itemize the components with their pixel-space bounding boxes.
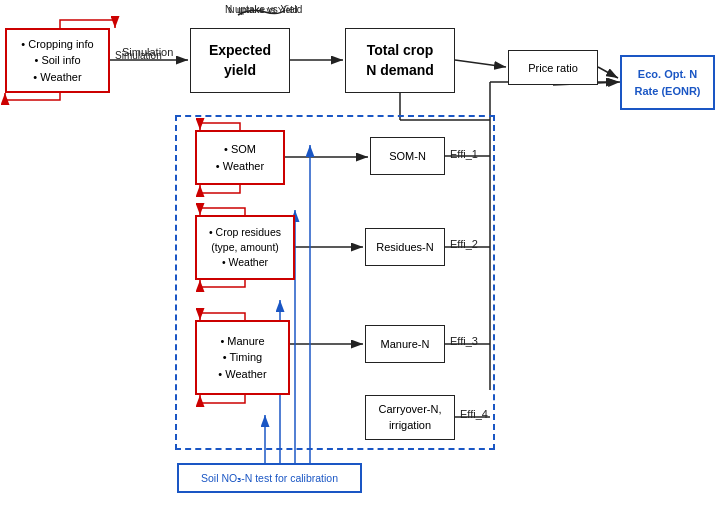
residues-n-box: Residues-N <box>365 228 445 266</box>
eonr-label: Eco. Opt. N Rate (EONR) <box>634 66 700 99</box>
crop-residues-box: • Crop residues (type, amount) • Weather <box>195 215 295 280</box>
expected-yield-box: Expected yield <box>190 28 290 93</box>
price-ratio-label: Price ratio <box>528 62 578 74</box>
crop-residues-label: • Crop residues (type, amount) • Weather <box>209 225 281 269</box>
residues-n-label: Residues-N <box>376 241 433 253</box>
n-uptake-vs-yield-text: N uptake vs Yield <box>228 5 298 15</box>
inputs-label: • Cropping info • Soil info • Weather <box>21 36 93 86</box>
total-crop-n-label: Total cropN demand <box>366 41 434 80</box>
manure-n-label: Manure-N <box>381 338 430 350</box>
diagram-container: Simulation N uptake vs Yield • Cropping … <box>0 0 720 511</box>
svg-line-8 <box>455 60 506 67</box>
manure-timing-box: • Manure • Timing • Weather <box>195 320 290 395</box>
effi-1-label: Effi_1 <box>450 148 478 160</box>
simulation-text: Simulation <box>115 50 162 61</box>
inputs-box: • Cropping info • Soil info • Weather <box>5 28 110 93</box>
manure-n-box: Manure-N <box>365 325 445 363</box>
svg-line-9 <box>598 67 618 78</box>
expected-yield-label: Expected yield <box>209 41 271 80</box>
carryover-n-label: Carryover-N, irrigation <box>366 402 454 433</box>
soil-no3-label: Soil NO₃-N test for calibration <box>201 472 338 484</box>
soil-no3-box: Soil NO₃-N test for calibration <box>177 463 362 493</box>
effi-2-label: Effi_2 <box>450 238 478 250</box>
som-n-box: SOM-N <box>370 137 445 175</box>
carryover-n-box: Carryover-N, irrigation <box>365 395 455 440</box>
effi-4-label: Effi_4 <box>460 408 488 420</box>
som-weather-box: • SOM • Weather <box>195 130 285 185</box>
manure-timing-label: • Manure • Timing • Weather <box>218 333 266 383</box>
effi-3-label: Effi_3 <box>450 335 478 347</box>
som-weather-label: • SOM • Weather <box>216 141 264 174</box>
eonr-box: Eco. Opt. N Rate (EONR) <box>620 55 715 110</box>
total-crop-n-box: Total cropN demand <box>345 28 455 93</box>
price-ratio-box: Price ratio <box>508 50 598 85</box>
som-n-label: SOM-N <box>389 150 426 162</box>
